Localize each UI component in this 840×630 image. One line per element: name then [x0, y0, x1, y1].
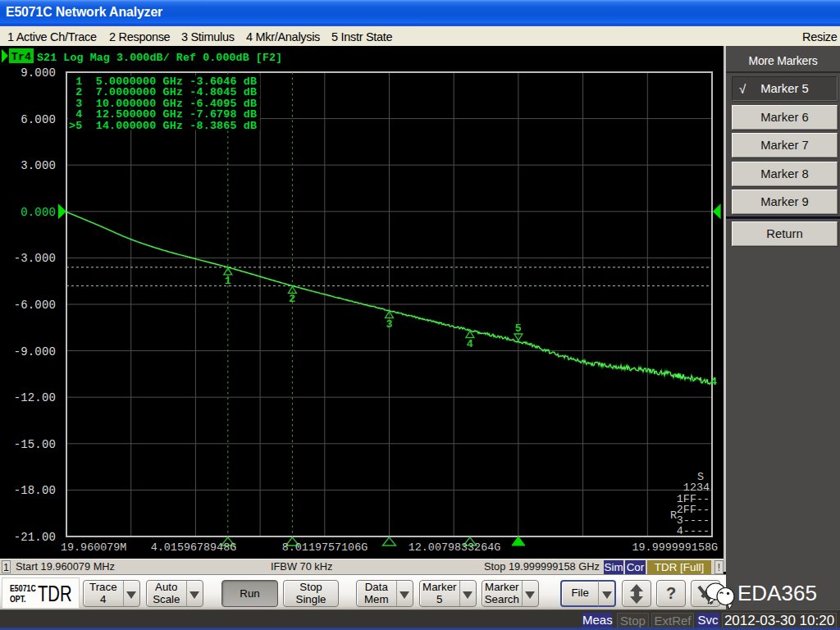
svg-text:-3.000: -3.000	[14, 252, 56, 265]
svg-text:-6.000: -6.000	[14, 299, 56, 312]
svg-text:4.0159678948G: 4.0159678948G	[151, 541, 236, 554]
svg-text:19.960079M: 19.960079M	[61, 541, 126, 554]
svg-text:3.000: 3.000	[21, 159, 56, 172]
svg-text:19.999999158G: 19.999999158G	[632, 541, 718, 554]
svg-text:-12.00: -12.00	[14, 391, 56, 404]
svg-text:2: 2	[289, 293, 295, 305]
svg-text:-15.00: -15.00	[14, 438, 56, 451]
svg-text:12.0079833264G: 12.0079833264G	[409, 541, 501, 554]
svg-text:0.000: 0.000	[21, 206, 56, 219]
svg-text:1234: 1234	[683, 482, 710, 494]
svg-text:Tr4: Tr4	[11, 51, 32, 63]
svg-text:>5 14.000000 GHz -8.3865 dB: >5 14.000000 GHz -8.3865 dB	[69, 120, 257, 132]
svg-text:1: 1	[225, 275, 231, 287]
svg-text:9.000: 9.000	[21, 66, 56, 80]
svg-text:8.0119757106G: 8.0119757106G	[282, 541, 368, 554]
svg-text:4----: 4----	[677, 525, 710, 537]
svg-text:-18.00: -18.00	[14, 484, 56, 497]
svg-text:3: 3	[386, 318, 392, 331]
svg-text:5: 5	[515, 322, 522, 335]
svg-text:4: 4	[710, 376, 717, 388]
svg-text:S21 Log Mag 3.000dB/ Ref 0.000: S21 Log Mag 3.000dB/ Ref 0.000dB [F2]	[37, 52, 282, 64]
svg-text:-21.00: -21.00	[14, 531, 56, 544]
svg-text:-9.000: -9.000	[14, 345, 56, 358]
svg-text:4: 4	[467, 338, 473, 350]
svg-text:6.000: 6.000	[21, 113, 56, 126]
